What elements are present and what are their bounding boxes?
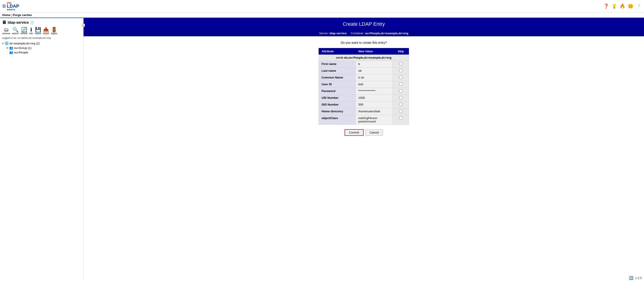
tool-import[interactable]: 💾 import	[34, 27, 42, 35]
col-skip: Skip	[393, 48, 409, 54]
import-icon: 💾	[35, 27, 41, 32]
tree-item-group[interactable]: ⊞ 👥 ou=Group (1)	[6, 45, 82, 50]
attr-gidnumber: GID Number	[319, 101, 356, 108]
sidebar-expand-button[interactable]: +	[82, 24, 85, 27]
val-uidnumber: 1000	[356, 95, 393, 101]
content-area: Create LDAP Entry Server: ldap-service C…	[84, 18, 644, 281]
table-row: objectClass inetOrgPerson posixAccount	[319, 115, 409, 125]
fire-icon[interactable]: 🔥	[619, 3, 626, 9]
skip-password	[393, 88, 409, 95]
tree-people-label: ou=People	[14, 51, 28, 54]
dn-value: cn=b ob,ou=People,dc=example,dc=org	[319, 54, 409, 61]
attr-userid: User ID	[319, 81, 356, 88]
info-label: info	[29, 32, 33, 35]
val-lastname: ob	[356, 68, 393, 74]
commit-button[interactable]: Commit	[344, 129, 364, 136]
panel-body: Do you want to create this entry? Attrib…	[84, 36, 644, 140]
container-value: ou=People,dc=example,dc=org	[365, 31, 408, 35]
table-row: Common Name b ob	[319, 74, 409, 81]
info-tool-icon: ℹ	[30, 27, 32, 32]
val-homedir: /home/users/bob	[356, 108, 393, 115]
skip-objectclass	[393, 115, 409, 125]
nav-separator: |	[11, 13, 12, 17]
skip-firstname	[393, 61, 409, 68]
logo-icon: ≡	[2, 2, 6, 10]
skip-cn-checkbox[interactable]	[399, 76, 402, 79]
tree-group-icon: 👥	[9, 46, 13, 50]
skip-gidnumber-checkbox[interactable]	[399, 103, 402, 106]
footer: 🔤 1.2.5	[626, 275, 644, 281]
tree-group-label: ou=Group (1)	[14, 46, 32, 50]
confirm-text: Do you want to create this entry?	[92, 41, 635, 44]
smiley-icon[interactable]: 😊	[627, 3, 634, 9]
tree-root-icon: 🌐	[5, 41, 8, 45]
panel-title: Create LDAP Entry	[84, 18, 644, 30]
refresh-icon: 🔄	[21, 27, 27, 32]
tree-children: ⊞ 👥 ou=Group (1) ⊞ 👥 ou=People	[6, 45, 82, 54]
dn-row: cn=b ob,ou=People,dc=example,dc=org	[319, 54, 409, 61]
purge-caches-link[interactable]: Purge caches	[13, 13, 32, 17]
version-text: 1.2.5	[635, 276, 642, 280]
sidebar-toolbar: 🗂 schema 🔍 search 🔄 refresh ℹ info 💾 imp…	[2, 27, 82, 35]
bulb-icon[interactable]: 💡	[611, 3, 617, 9]
search-label: search	[12, 32, 19, 35]
server-value: ldap-service	[330, 31, 346, 35]
logout-icon: 🚪	[51, 27, 57, 32]
logged-in-text: Logged in as: cn=admin,dc=example,dc=org	[2, 36, 82, 39]
clock-icon: 🕐	[30, 21, 34, 24]
skip-lastname-checkbox[interactable]	[399, 69, 402, 72]
skip-password-checkbox[interactable]	[399, 89, 402, 92]
tree-root-label: dc=example,dc=org (2)	[10, 42, 40, 45]
search-icon: 🔍	[12, 27, 18, 32]
skip-firstname-checkbox[interactable]	[399, 62, 402, 65]
tree-people-icon: 👥	[9, 50, 13, 54]
tool-refresh[interactable]: 🔄 refresh	[20, 27, 28, 35]
help-icon[interactable]: ❓	[603, 3, 609, 9]
skip-objectclass-checkbox[interactable]	[399, 116, 402, 120]
skip-homedir	[393, 108, 409, 115]
val-userid: bob	[356, 81, 393, 88]
attr-homedir: Home directory	[319, 108, 356, 115]
skip-gidnumber	[393, 101, 409, 108]
main-layout: + 🖥 ldap-service 🕐 🗂 schema 🔍 search 🔄 r…	[0, 18, 644, 281]
tool-export[interactable]: 📤 export	[42, 27, 50, 35]
logo: ≡ php LDAP admin	[2, 1, 19, 11]
skip-uidnumber-checkbox[interactable]	[399, 96, 402, 99]
table-row: UID Number 1000	[319, 95, 409, 101]
tool-search[interactable]: 🔍 search	[12, 27, 19, 35]
skip-cn	[393, 74, 409, 81]
skip-userid-checkbox[interactable]	[399, 82, 402, 86]
attr-uidnumber: UID Number	[319, 95, 356, 101]
attr-lastname: Last name	[319, 68, 356, 74]
sidebar: 🖥 ldap-service 🕐 🗂 schema 🔍 search 🔄 ref…	[0, 18, 84, 281]
skip-lastname	[393, 68, 409, 74]
logo-admin: admin	[7, 8, 19, 11]
attr-objectclass: objectClass	[319, 115, 356, 125]
ldap-tree: ⊟ 🌐 dc=example,dc=org (2) ⊞ 👥 ou=Group (…	[2, 41, 82, 54]
translate-icon: 🔤	[629, 276, 634, 280]
tree-root-item[interactable]: ⊟ 🌐 dc=example,dc=org (2)	[2, 41, 82, 45]
tool-schema[interactable]: 🗂 schema	[2, 27, 10, 35]
cancel-button[interactable]: Cancel	[365, 129, 383, 136]
tool-info[interactable]: ℹ info	[29, 27, 34, 35]
container-label: Container:	[351, 31, 364, 35]
top-header: ≡ php LDAP admin ❓ 💡 🔥 😊 ❔	[0, 0, 644, 12]
attr-cn: Common Name	[319, 74, 356, 81]
tree-root-toggle: ⊟	[2, 42, 4, 45]
attr-password: Password	[319, 88, 356, 95]
table-row: Last name ob	[319, 68, 409, 74]
home-link[interactable]: Home	[2, 13, 10, 17]
server-label: Server:	[319, 31, 329, 35]
val-gidnumber: 500	[356, 101, 393, 108]
tree-item-people[interactable]: ⊞ 👥 ou=People	[6, 50, 82, 54]
skip-userid	[393, 81, 409, 88]
tool-logout[interactable]: 🚪 logout	[50, 27, 58, 35]
sidebar-server-name: ldap-service	[8, 20, 29, 24]
action-buttons: Commit Cancel	[92, 129, 635, 136]
skip-homedir-checkbox[interactable]	[399, 110, 402, 113]
export-label: export	[43, 32, 49, 35]
import-label: import	[35, 32, 41, 35]
sidebar-header: 🖥 ldap-service 🕐	[2, 20, 82, 25]
skip-uidnumber	[393, 95, 409, 101]
info-icon[interactable]: ❔	[636, 3, 642, 9]
